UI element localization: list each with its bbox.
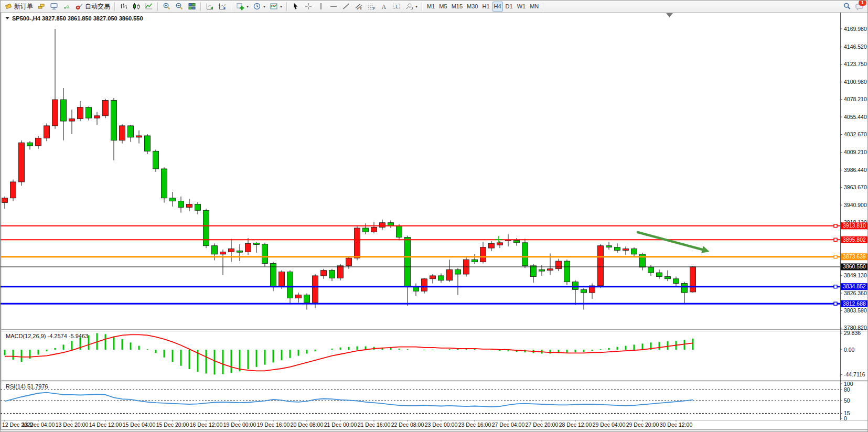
tag-icon [4,2,13,10]
bars-chart-button[interactable] [118,2,130,12]
indicator-icon [236,2,244,10]
tf-m15[interactable]: M15 [450,2,464,12]
main-toolbar: 新订单自动交易▾▾▾▾M1M5M15M30H1H4D1W1MN 1 [1,1,867,13]
zoom-in-button[interactable] [161,2,173,12]
hline-button[interactable] [328,2,339,12]
shapes-button[interactable]: ▾ [403,2,419,12]
chevron-down-icon: ▾ [280,4,282,9]
tf-m1-label: M1 [427,3,435,9]
tf-m1[interactable]: M1 [425,2,436,12]
svg-text:4123.750: 4123.750 [844,61,867,67]
signal-icon [62,2,71,10]
svg-text:4146.520: 4146.520 [844,44,867,50]
crosshair-button[interactable] [303,2,314,12]
chevron-down-icon: ▾ [263,4,265,9]
search-button[interactable] [841,2,853,12]
channel-icon [355,2,363,10]
sep1 [114,2,115,11]
svg-text:4032.670: 4032.670 [844,131,867,137]
tf-mn-label: MN [530,3,539,9]
svg-text:50: 50 [844,397,850,404]
tile-windows-button[interactable] [186,2,198,12]
svg-text:3849.130: 3849.130 [844,272,867,278]
templates-button[interactable]: ▾ [268,2,284,12]
indicators-button[interactable]: ▾ [234,2,250,12]
time-axis[interactable]: 12 Dec 202213 Dec 04:0013 Dec 20:0014 De… [2,420,692,428]
zoom-out-button[interactable] [174,2,185,12]
tf-m5-label: M5 [439,3,447,9]
support-1-price-badge: 3834.852 [841,283,868,290]
tf-d1[interactable]: D1 [504,2,515,12]
text-button[interactable] [378,2,390,12]
svg-text:15 Dec 04:00: 15 Dec 04:00 [123,422,156,428]
svg-text:21 Dec 00:00: 21 Dec 00:00 [324,422,357,428]
candles-chart-button[interactable] [131,2,142,12]
bottom-strip [1,430,868,432]
macd-label: MACD(12,26,9) -4.2574 -5.9463 [6,333,88,339]
label-button[interactable] [391,2,402,12]
svg-text:3895.802: 3895.802 [843,236,866,243]
auto-scroll-button[interactable] [204,2,216,12]
zoomin-icon [163,2,171,10]
svg-text:14 Dec 12:00: 14 Dec 12:00 [89,422,122,428]
svg-text:3812.688: 3812.688 [843,300,866,307]
tf-w1-label: W1 [517,3,526,9]
svg-text:15 Dec 20:00: 15 Dec 20:00 [156,422,189,428]
market-watch-button[interactable] [36,2,47,12]
cursor-button[interactable] [290,2,302,12]
svg-text:27 Dec 20:00: 27 Dec 20:00 [526,422,559,428]
tf-mn[interactable]: MN [528,2,540,12]
pivot-orange-price-badge: 3873.639 [841,253,868,260]
tf-m30[interactable]: M30 [465,2,479,12]
tf-m15-label: M15 [452,3,463,9]
svg-text:4055.440: 4055.440 [844,114,867,120]
chart-title: SP500-,H4 3827.850 3861.850 3827.050 386… [5,15,143,21]
svg-text:3986.440: 3986.440 [844,167,867,173]
chat-icon: 1 [855,2,864,10]
autotrade-button[interactable]: 自动交易 [73,2,112,12]
template-icon [270,2,278,10]
chart-background [1,12,868,432]
svg-text:20 Dec 08:00: 20 Dec 08:00 [291,422,324,428]
shifta-icon [206,2,214,10]
svg-text:16 Dec 12:00: 16 Dec 12:00 [190,422,223,428]
zoomout-icon [175,2,184,10]
support-2-price-badge: 3812.688 [841,300,868,307]
candles-icon [132,2,141,10]
terminal-icon [50,2,58,10]
notifications-button[interactable]: 1 [854,2,865,12]
autotrade-button-label: 自动交易 [85,2,110,11]
trendline-button[interactable] [340,2,352,12]
chart-shift-button[interactable] [217,2,228,12]
sep5 [286,2,287,11]
terminal-button[interactable] [48,2,60,12]
crosshair-icon [304,2,313,10]
texta-icon [380,2,388,10]
price-chart[interactable]: 4169.9804146.5204123.7504100.9804078.210… [1,12,868,432]
tf-h4[interactable]: H4 [492,2,503,12]
vline-button[interactable] [315,2,327,12]
channel-button[interactable] [353,2,365,12]
svg-text:21 Dec 16:00: 21 Dec 16:00 [358,422,391,428]
new-order-button[interactable]: 新订单 [3,2,35,12]
svg-text:SP500-,H4 3827.850 3861.850 3: SP500-,H4 3827.850 3861.850 3827.050 386… [12,15,143,21]
svg-text:4078.210: 4078.210 [844,96,867,102]
linechart-icon [145,2,153,10]
svg-text:30 Dec 12:00: 30 Dec 12:00 [660,422,693,428]
signals-button[interactable] [61,2,72,12]
tf-h1[interactable]: H1 [480,2,491,12]
hline-icon [329,2,338,10]
periods-button[interactable]: ▾ [251,2,267,12]
tf-m5[interactable]: M5 [437,2,448,12]
shapes-icon [405,2,413,10]
tf-w1[interactable]: W1 [516,2,528,12]
line-chart-button[interactable] [143,2,155,12]
chart-window: 4169.9804146.5204123.7504100.9804078.210… [1,12,868,432]
sep3 [200,2,201,11]
clock-icon [253,2,261,10]
vline-icon [317,2,325,10]
tline-icon [342,2,350,10]
fibonacci-button[interactable] [366,2,377,12]
chevron-down-icon: ▾ [247,4,249,9]
svg-text:3873.639: 3873.639 [843,253,866,260]
